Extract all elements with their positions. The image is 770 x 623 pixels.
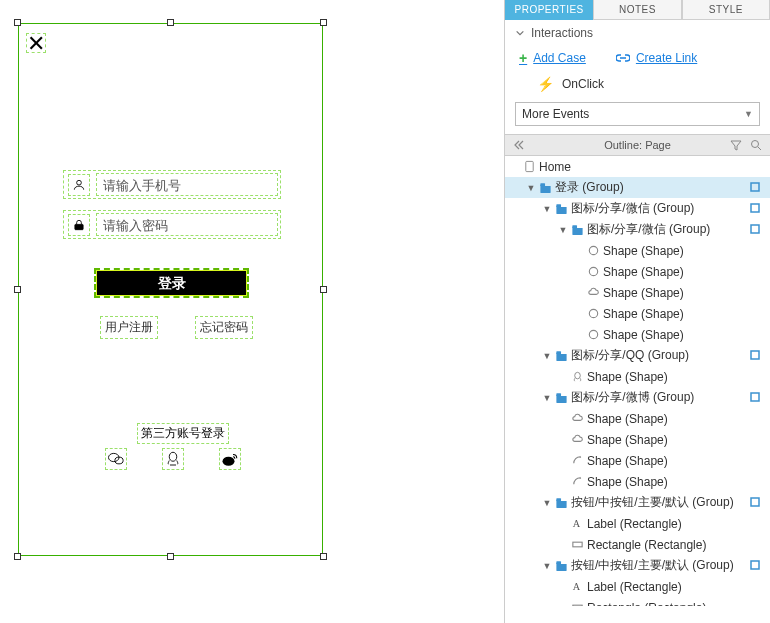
interaction-actions: + Add Case Create Link xyxy=(505,46,770,70)
svg-point-15 xyxy=(589,267,597,275)
onclick-event[interactable]: ⚡ OnClick xyxy=(505,70,770,98)
tree-row[interactable]: ▼按钮/中按钮/主要/默认 (Group) xyxy=(505,555,770,576)
disclosure-icon[interactable]: ▼ xyxy=(541,351,553,361)
tab-style[interactable]: STYLE xyxy=(682,0,770,20)
tree-label: Shape (Shape) xyxy=(601,265,750,279)
weibo-icon[interactable] xyxy=(219,448,241,470)
svg-point-5 xyxy=(223,457,235,466)
tree-row[interactable]: ▼登录 (Group) xyxy=(505,177,770,198)
svg-rect-28 xyxy=(751,561,759,569)
folder-icon xyxy=(569,223,585,236)
svg-point-16 xyxy=(589,309,597,317)
svg-rect-9 xyxy=(751,183,759,191)
phone-field-group[interactable]: 请输入手机号 xyxy=(63,170,281,199)
resize-handle[interactable] xyxy=(167,19,174,26)
svg-rect-8 xyxy=(540,183,545,186)
tree-row[interactable]: ▼Shape (Shape) xyxy=(505,240,770,261)
tree-row[interactable]: ▼按钮/中按钮/主要/默认 (Group) xyxy=(505,492,770,513)
resize-handle[interactable] xyxy=(14,19,21,26)
text-icon: A xyxy=(569,580,585,593)
note-icon[interactable] xyxy=(750,202,764,216)
tree-label: Rectangle (Rectangle) xyxy=(585,601,750,607)
tree-row[interactable]: ▼Shape (Shape) xyxy=(505,408,770,429)
qq-icon[interactable] xyxy=(162,448,184,470)
tree-row[interactable]: ▼Shape (Shape) xyxy=(505,324,770,345)
folder-icon xyxy=(553,202,569,215)
svg-text:A: A xyxy=(572,518,580,529)
svg-rect-21 xyxy=(556,393,561,396)
interactions-section[interactable]: Interactions xyxy=(505,20,770,46)
collapse-icon[interactable] xyxy=(513,139,525,151)
circle-icon xyxy=(585,307,601,320)
note-icon[interactable] xyxy=(750,349,764,363)
svg-point-14 xyxy=(589,246,597,254)
tree-row[interactable]: ▼图标/分享/微信 (Group) xyxy=(505,219,770,240)
disclosure-icon[interactable]: ▼ xyxy=(541,393,553,403)
rect-icon xyxy=(569,601,585,606)
close-icon[interactable]: ✕ xyxy=(26,33,46,53)
outline-tree: ▼Home▼登录 (Group)▼图标/分享/微信 (Group)▼图标/分享/… xyxy=(505,156,770,606)
svg-text:A: A xyxy=(572,581,580,592)
tree-row[interactable]: ▼ALabel (Rectangle) xyxy=(505,513,770,534)
disclosure-icon[interactable]: ▼ xyxy=(541,498,553,508)
tree-row[interactable]: ▼Shape (Shape) xyxy=(505,366,770,387)
resize-handle[interactable] xyxy=(167,553,174,560)
resize-handle[interactable] xyxy=(320,19,327,26)
tree-row[interactable]: ▼Shape (Shape) xyxy=(505,282,770,303)
tab-notes[interactable]: NOTES xyxy=(593,0,681,20)
tree-label: Shape (Shape) xyxy=(585,475,750,489)
artboard-login[interactable]: ✕ 请输入手机号 请输入密码 登录 用户注册 忘记密码 第三方账号登录 xyxy=(18,23,323,556)
tab-properties[interactable]: PROPERTIES xyxy=(505,0,593,20)
disclosure-icon[interactable]: ▼ xyxy=(541,561,553,571)
wechat-icon[interactable] xyxy=(105,448,127,470)
tree-label: Shape (Shape) xyxy=(601,244,750,258)
tree-row[interactable]: ▼Shape (Shape) xyxy=(505,261,770,282)
svg-rect-12 xyxy=(572,225,577,228)
tree-label: Shape (Shape) xyxy=(601,307,750,321)
more-events-dropdown[interactable]: More Events ▼ xyxy=(515,102,760,126)
circle-icon xyxy=(585,244,601,257)
outline-title: Outline: Page xyxy=(604,139,671,151)
tree-row[interactable]: ▼Rectangle (Rectangle) xyxy=(505,597,770,606)
tree-row[interactable]: ▼Shape (Shape) xyxy=(505,429,770,450)
note-icon[interactable] xyxy=(750,223,764,237)
page-icon xyxy=(521,160,537,173)
resize-handle[interactable] xyxy=(14,286,21,293)
disclosure-icon[interactable]: ▼ xyxy=(541,204,553,214)
tree-row[interactable]: ▼Rectangle (Rectangle) xyxy=(505,534,770,555)
disclosure-icon[interactable]: ▼ xyxy=(525,183,537,193)
tree-row[interactable]: ▼ALabel (Rectangle) xyxy=(505,576,770,597)
note-icon[interactable] xyxy=(750,559,764,573)
tree-row[interactable]: ▼Shape (Shape) xyxy=(505,450,770,471)
note-icon[interactable] xyxy=(750,391,764,405)
cloud-icon xyxy=(569,412,585,425)
register-link[interactable]: 用户注册 xyxy=(100,316,158,339)
svg-rect-23 xyxy=(556,498,561,501)
filter-icon[interactable] xyxy=(730,139,742,151)
tree-row[interactable]: ▼Home xyxy=(505,156,770,177)
tree-row[interactable]: ▼图标/分享/QQ (Group) xyxy=(505,345,770,366)
create-link-link[interactable]: Create Link xyxy=(616,51,697,65)
search-icon[interactable] xyxy=(750,139,762,151)
curve-icon xyxy=(569,454,585,467)
tree-row[interactable]: ▼图标/分享/微博 (Group) xyxy=(505,387,770,408)
tree-label: 图标/分享/QQ (Group) xyxy=(569,347,750,364)
svg-rect-22 xyxy=(751,393,759,401)
forgot-password-link[interactable]: 忘记密码 xyxy=(195,316,253,339)
login-button[interactable]: 登录 xyxy=(96,270,247,296)
disclosure-icon[interactable]: ▼ xyxy=(557,225,569,235)
resize-handle[interactable] xyxy=(320,553,327,560)
outline-header: Outline: Page xyxy=(505,134,770,156)
resize-handle[interactable] xyxy=(320,286,327,293)
tree-label: Label (Rectangle) xyxy=(585,517,750,531)
note-icon[interactable] xyxy=(750,496,764,510)
tree-row[interactable]: ▼图标/分享/微信 (Group) xyxy=(505,198,770,219)
password-field-group[interactable]: 请输入密码 xyxy=(63,210,281,239)
add-case-link[interactable]: + Add Case xyxy=(519,50,586,66)
svg-rect-19 xyxy=(751,351,759,359)
resize-handle[interactable] xyxy=(14,553,21,560)
note-icon[interactable] xyxy=(750,181,764,195)
interactions-label: Interactions xyxy=(531,26,593,40)
tree-row[interactable]: ▼Shape (Shape) xyxy=(505,303,770,324)
tree-row[interactable]: ▼Shape (Shape) xyxy=(505,471,770,492)
